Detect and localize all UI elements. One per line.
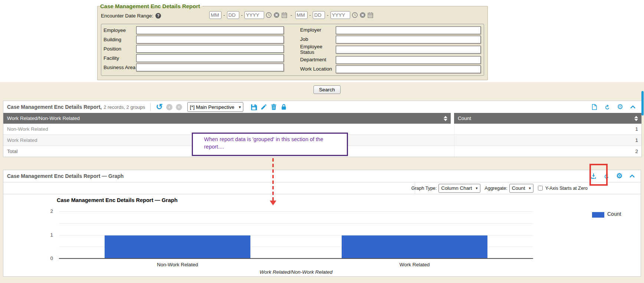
report-record-summary: 2 records, 2 groups [104,104,145,110]
clock-icon[interactable] [266,12,272,18]
highlight-red-box [589,164,608,186]
chart-area: Case Management Enc Details Report — Gra… [3,194,641,276]
clear-date-icon[interactable] [359,12,366,18]
x-axis-title: Work Related/Non-Work Related [260,269,333,275]
column-header-count-label: Count [458,116,471,121]
column-header-count[interactable]: Count [454,113,641,124]
lock-icon[interactable] [280,104,287,110]
scrollbar-thumb[interactable] [641,91,644,116]
position-field[interactable] [136,45,284,53]
report-panel-header: Case Management Enc Details Report, 2 re… [3,101,641,113]
legend-swatch [592,212,604,218]
edit-pencil-icon[interactable] [260,104,267,110]
x-tick-label: Non-Work Related [157,262,198,267]
graph-panel: Case Management Enc Details Report — Gra… [3,170,641,277]
column-header-group-label: Work Related/Non-Work Related [7,116,80,121]
form-title: Case Management Enc Details Report [100,3,202,9]
end-month-input[interactable] [295,11,308,19]
collapse-chevron-up-icon[interactable] [630,104,636,110]
sort-icon[interactable] [634,116,638,121]
graph-type-value: Column Chart [441,185,472,191]
page: Case Management Enc Details Report Encou… [0,0,644,283]
employee-status-field[interactable] [336,46,481,53]
employee-label: Employee [104,27,136,33]
annotation-arrow-head [270,201,276,205]
bar-work-related [342,235,488,259]
collapse-chevron-up-icon[interactable] [629,173,635,179]
refresh-icon[interactable] [604,104,611,110]
undo-icon[interactable]: ↺ [156,103,162,111]
count-cell: 1 [454,135,641,146]
position-label: Position [104,46,136,52]
aggregate-label: Aggregate: [485,186,507,191]
y-axis-zero-checkbox[interactable] [538,186,543,191]
start-day-input[interactable] [227,11,239,19]
range-separator: - [290,12,292,18]
new-page-icon[interactable] [591,104,598,110]
x-tick-label: Work Related [400,262,430,267]
calendar-icon[interactable] [281,12,288,18]
column-header-group[interactable]: Work Related/Non-Work Related [3,113,451,124]
gear-icon[interactable]: ⚙ [617,104,623,110]
facility-label: Facility [104,55,136,61]
employee-status-label: Employee Status [300,44,336,55]
clear-date-icon[interactable] [273,12,280,18]
report-title: Case Management Enc Details Report, [3,104,102,110]
help-icon[interactable]: ? [155,13,161,19]
save-perspective-icon[interactable] [250,104,257,110]
search-button[interactable]: Search [313,85,341,94]
graph-panel-title: Case Management Enc Details Report — Gra… [7,173,124,179]
chevron-down-icon: ▾ [476,186,478,190]
annotation-arrow-line [272,158,274,201]
legend-label: Count [607,211,621,217]
search-form: Case Management Enc Details Report Encou… [97,3,488,80]
employer-field[interactable] [336,26,481,34]
work-location-label: Work Location [300,66,336,72]
date-dash: - [223,12,225,18]
job-label: Job [300,37,336,42]
perspective-select[interactable]: [*] Main Perspective ▾ [187,102,244,112]
end-year-input[interactable] [331,11,350,19]
toolbar-divider [150,103,151,111]
gear-icon[interactable]: ⚙ [616,173,622,179]
delete-trash-icon[interactable] [270,104,277,110]
work-location-field[interactable] [336,65,481,73]
end-day-input[interactable] [313,11,325,19]
aggregate-select[interactable]: Count ▾ [509,184,533,193]
date-dash: - [327,12,329,18]
clock-icon[interactable] [352,12,358,18]
y-tick-label: 0 [40,256,53,261]
group-cell: Non-Work Related [3,126,454,132]
facility-field[interactable] [136,54,284,62]
business-area-field[interactable] [136,64,284,71]
chart-plot [59,212,533,259]
date-range-label: Encounter Date Range: [101,13,153,19]
department-field[interactable] [336,56,481,64]
aggregate-value: Count [512,185,525,191]
y-tick-label: 1 [40,232,53,238]
calendar-icon[interactable] [367,12,374,18]
next-perspective-icon[interactable]: › [176,104,182,110]
previous-perspective-icon[interactable]: ‹ [166,104,172,110]
job-field[interactable] [336,36,481,43]
employee-field[interactable] [136,26,284,34]
annotation-callout: When report data is 'grouped' in this se… [192,133,348,156]
report-right-toolbar: ⚙ [591,104,641,110]
building-label: Building [104,37,136,42]
graph-type-label: Graph Type: [411,186,437,191]
form-fields-left: Employee Building Position Facility Busi… [101,26,284,74]
start-year-input[interactable] [244,11,264,19]
perspective-select-value: [*] Main Perspective [190,104,234,110]
graph-type-select[interactable]: Column Chart ▾ [438,184,480,193]
gridline [59,211,533,212]
start-month-input[interactable] [209,11,221,19]
gridline [59,223,533,224]
count-cell: 1 [454,124,641,134]
sort-icon[interactable] [444,116,447,121]
graph-panel-header: Case Management Enc Details Report — Gra… [3,170,641,182]
building-field[interactable] [136,36,284,43]
bar-non-work-related [105,235,251,259]
y-axis-zero-label: Y-Axis Starts at Zero [545,186,588,191]
graph-controls-row: Graph Type: Column Chart ▾ Aggregate: Co… [3,182,641,194]
form-fields-box: Employee Building Position Facility Busi… [101,24,484,76]
